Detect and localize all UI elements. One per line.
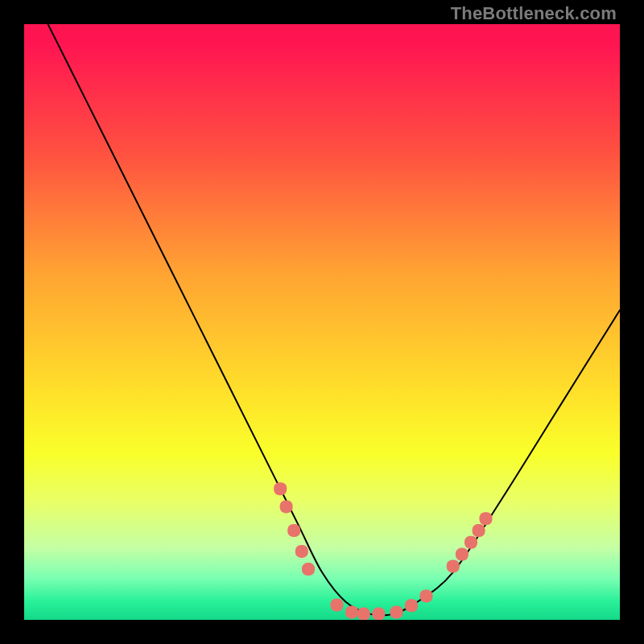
chart-marker bbox=[372, 608, 385, 620]
chart-marker bbox=[405, 599, 418, 612]
chart-marker bbox=[456, 548, 469, 561]
chart-marker bbox=[287, 524, 300, 537]
chart-marker bbox=[464, 536, 477, 549]
chart-marker bbox=[473, 524, 485, 537]
chart-marker bbox=[331, 599, 344, 612]
chart-curve bbox=[48, 24, 620, 615]
chart-marker bbox=[420, 589, 433, 602]
chart-marker bbox=[295, 545, 308, 558]
chart-marker bbox=[447, 559, 460, 572]
chart-plot-area bbox=[24, 24, 620, 620]
chart-marker bbox=[280, 500, 293, 513]
chart-frame: TheBottleneck.com bbox=[0, 0, 644, 644]
watermark-text: TheBottleneck.com bbox=[451, 3, 617, 24]
chart-marker-group bbox=[274, 482, 492, 620]
chart-marker bbox=[480, 512, 493, 525]
chart-marker bbox=[345, 605, 358, 618]
chart-marker bbox=[274, 482, 287, 495]
chart-svg bbox=[24, 24, 620, 620]
chart-marker bbox=[390, 605, 403, 618]
chart-marker bbox=[302, 563, 315, 576]
chart-marker bbox=[357, 608, 370, 620]
